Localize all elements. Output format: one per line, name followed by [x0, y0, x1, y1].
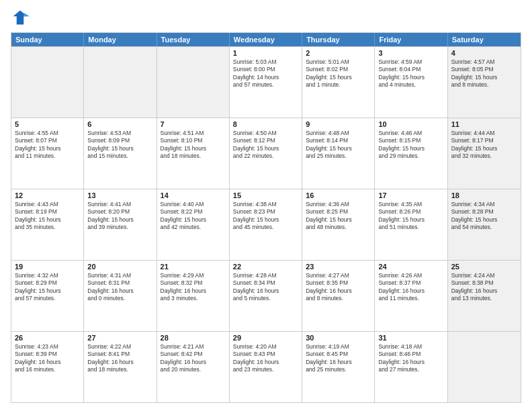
calendar-header: SundayMondayTuesdayWednesdayThursdayFrid… — [11, 33, 521, 46]
day-info: Sunrise: 4:50 AM Sunset: 8:12 PM Dayligh… — [233, 130, 298, 161]
day-info: Sunrise: 4:22 AM Sunset: 8:41 PM Dayligh… — [87, 343, 152, 374]
calendar-day-9: 9Sunrise: 4:48 AM Sunset: 8:14 PM Daylig… — [302, 118, 375, 189]
calendar-day-19: 19Sunrise: 4:32 AM Sunset: 8:29 PM Dayli… — [11, 261, 84, 331]
day-number: 21 — [161, 263, 226, 271]
day-number: 24 — [378, 263, 443, 271]
calendar-day-7: 7Sunrise: 4:51 AM Sunset: 8:10 PM Daylig… — [157, 118, 230, 189]
day-number: 10 — [378, 120, 443, 128]
day-number: 2 — [306, 49, 371, 57]
calendar-day-13: 13Sunrise: 4:41 AM Sunset: 8:20 PM Dayli… — [84, 189, 157, 260]
calendar: SundayMondayTuesdayWednesdayThursdayFrid… — [11, 32, 521, 403]
calendar-day-30: 30Sunrise: 4:19 AM Sunset: 8:45 PM Dayli… — [302, 332, 375, 402]
day-info: Sunrise: 4:43 AM Sunset: 8:19 PM Dayligh… — [15, 201, 80, 232]
day-number: 17 — [378, 191, 443, 199]
day-info: Sunrise: 4:21 AM Sunset: 8:42 PM Dayligh… — [161, 343, 226, 374]
day-info: Sunrise: 4:29 AM Sunset: 8:32 PM Dayligh… — [161, 272, 226, 303]
day-info: Sunrise: 5:03 AM Sunset: 8:00 PM Dayligh… — [233, 58, 298, 89]
calendar-day-28: 28Sunrise: 4:21 AM Sunset: 8:42 PM Dayli… — [157, 332, 230, 402]
calendar-day-27: 27Sunrise: 4:22 AM Sunset: 8:41 PM Dayli… — [84, 332, 157, 402]
day-info: Sunrise: 4:24 AM Sunset: 8:38 PM Dayligh… — [451, 272, 517, 303]
calendar-day-20: 20Sunrise: 4:31 AM Sunset: 8:31 PM Dayli… — [84, 261, 157, 331]
svg-marker-0 — [13, 11, 28, 25]
day-info: Sunrise: 4:55 AM Sunset: 8:07 PM Dayligh… — [15, 130, 80, 161]
day-info: Sunrise: 4:27 AM Sunset: 8:35 PM Dayligh… — [306, 272, 371, 303]
day-number: 7 — [161, 120, 226, 128]
day-number: 31 — [378, 334, 443, 342]
calendar-week-5: 26Sunrise: 4:23 AM Sunset: 8:39 PM Dayli… — [11, 331, 521, 402]
calendar-day-14: 14Sunrise: 4:40 AM Sunset: 8:22 PM Dayli… — [157, 189, 230, 260]
day-info: Sunrise: 4:35 AM Sunset: 8:26 PM Dayligh… — [378, 201, 443, 232]
logo-icon — [11, 8, 30, 27]
calendar-day-31: 31Sunrise: 4:18 AM Sunset: 8:46 PM Dayli… — [375, 332, 447, 402]
calendar-day-empty — [84, 47, 157, 118]
day-info: Sunrise: 4:46 AM Sunset: 8:15 PM Dayligh… — [378, 130, 443, 161]
day-info: Sunrise: 4:32 AM Sunset: 8:29 PM Dayligh… — [15, 272, 80, 303]
day-info: Sunrise: 4:19 AM Sunset: 8:45 PM Dayligh… — [306, 343, 371, 374]
day-info: Sunrise: 5:01 AM Sunset: 8:02 PM Dayligh… — [306, 58, 371, 89]
day-number: 4 — [451, 49, 517, 57]
day-number: 19 — [15, 263, 80, 271]
day-number: 6 — [87, 120, 152, 128]
day-info: Sunrise: 4:48 AM Sunset: 8:14 PM Dayligh… — [306, 130, 371, 161]
calendar-day-5: 5Sunrise: 4:55 AM Sunset: 8:07 PM Daylig… — [11, 118, 84, 189]
day-header-monday: Monday — [84, 33, 157, 46]
day-info: Sunrise: 4:41 AM Sunset: 8:20 PM Dayligh… — [87, 201, 152, 232]
day-number: 27 — [87, 334, 152, 342]
day-info: Sunrise: 4:31 AM Sunset: 8:31 PM Dayligh… — [87, 272, 152, 303]
day-info: Sunrise: 4:20 AM Sunset: 8:43 PM Dayligh… — [233, 343, 298, 374]
day-info: Sunrise: 4:59 AM Sunset: 8:04 PM Dayligh… — [378, 58, 443, 89]
day-info: Sunrise: 4:26 AM Sunset: 8:37 PM Dayligh… — [378, 272, 443, 303]
day-header-friday: Friday — [375, 33, 447, 46]
calendar-day-11: 11Sunrise: 4:44 AM Sunset: 8:17 PM Dayli… — [448, 118, 521, 189]
calendar-week-4: 19Sunrise: 4:32 AM Sunset: 8:29 PM Dayli… — [11, 260, 521, 331]
calendar-day-empty — [11, 47, 84, 118]
day-header-thursday: Thursday — [302, 33, 375, 46]
day-number: 28 — [161, 334, 226, 342]
logo — [11, 8, 32, 27]
day-header-tuesday: Tuesday — [157, 33, 230, 46]
calendar-day-18: 18Sunrise: 4:34 AM Sunset: 8:28 PM Dayli… — [448, 189, 521, 260]
calendar-day-8: 8Sunrise: 4:50 AM Sunset: 8:12 PM Daylig… — [230, 118, 302, 189]
calendar-day-12: 12Sunrise: 4:43 AM Sunset: 8:19 PM Dayli… — [11, 189, 84, 260]
calendar-day-10: 10Sunrise: 4:46 AM Sunset: 8:15 PM Dayli… — [375, 118, 447, 189]
day-header-sunday: Sunday — [11, 33, 84, 46]
day-number: 26 — [15, 334, 80, 342]
calendar-week-2: 5Sunrise: 4:55 AM Sunset: 8:07 PM Daylig… — [11, 118, 521, 189]
day-number: 3 — [378, 49, 443, 57]
calendar-day-3: 3Sunrise: 4:59 AM Sunset: 8:04 PM Daylig… — [375, 47, 447, 118]
day-info: Sunrise: 4:53 AM Sunset: 8:09 PM Dayligh… — [87, 130, 152, 161]
calendar-day-empty — [157, 47, 230, 118]
day-info: Sunrise: 4:18 AM Sunset: 8:46 PM Dayligh… — [378, 343, 443, 374]
day-header-saturday: Saturday — [448, 33, 521, 46]
svg-marker-1 — [24, 13, 30, 16]
calendar-day-29: 29Sunrise: 4:20 AM Sunset: 8:43 PM Dayli… — [230, 332, 302, 402]
header — [11, 8, 521, 27]
calendar-day-4: 4Sunrise: 4:57 AM Sunset: 8:05 PM Daylig… — [448, 47, 521, 118]
calendar-week-1: 1Sunrise: 5:03 AM Sunset: 8:00 PM Daylig… — [11, 46, 521, 118]
calendar-day-17: 17Sunrise: 4:35 AM Sunset: 8:26 PM Dayli… — [375, 189, 447, 260]
day-info: Sunrise: 4:51 AM Sunset: 8:10 PM Dayligh… — [161, 130, 226, 161]
day-number: 8 — [233, 120, 298, 128]
day-number: 5 — [15, 120, 80, 128]
calendar-day-2: 2Sunrise: 5:01 AM Sunset: 8:02 PM Daylig… — [302, 47, 375, 118]
day-number: 25 — [451, 263, 517, 271]
calendar-day-16: 16Sunrise: 4:36 AM Sunset: 8:25 PM Dayli… — [302, 189, 375, 260]
day-info: Sunrise: 4:34 AM Sunset: 8:28 PM Dayligh… — [451, 201, 517, 232]
day-number: 22 — [233, 263, 298, 271]
day-number: 9 — [306, 120, 371, 128]
day-number: 29 — [233, 334, 298, 342]
calendar-day-6: 6Sunrise: 4:53 AM Sunset: 8:09 PM Daylig… — [84, 118, 157, 189]
day-number: 12 — [15, 191, 80, 199]
day-number: 30 — [306, 334, 371, 342]
calendar-day-25: 25Sunrise: 4:24 AM Sunset: 8:38 PM Dayli… — [448, 261, 521, 331]
calendar-day-22: 22Sunrise: 4:28 AM Sunset: 8:34 PM Dayli… — [230, 261, 302, 331]
day-number: 14 — [161, 191, 226, 199]
calendar-body: 1Sunrise: 5:03 AM Sunset: 8:00 PM Daylig… — [11, 46, 521, 402]
day-info: Sunrise: 4:28 AM Sunset: 8:34 PM Dayligh… — [233, 272, 298, 303]
day-number: 13 — [87, 191, 152, 199]
day-number: 15 — [233, 191, 298, 199]
day-number: 20 — [87, 263, 152, 271]
day-info: Sunrise: 4:57 AM Sunset: 8:05 PM Dayligh… — [451, 58, 517, 89]
page: SundayMondayTuesdayWednesdayThursdayFrid… — [0, 0, 532, 411]
calendar-day-1: 1Sunrise: 5:03 AM Sunset: 8:00 PM Daylig… — [230, 47, 302, 118]
